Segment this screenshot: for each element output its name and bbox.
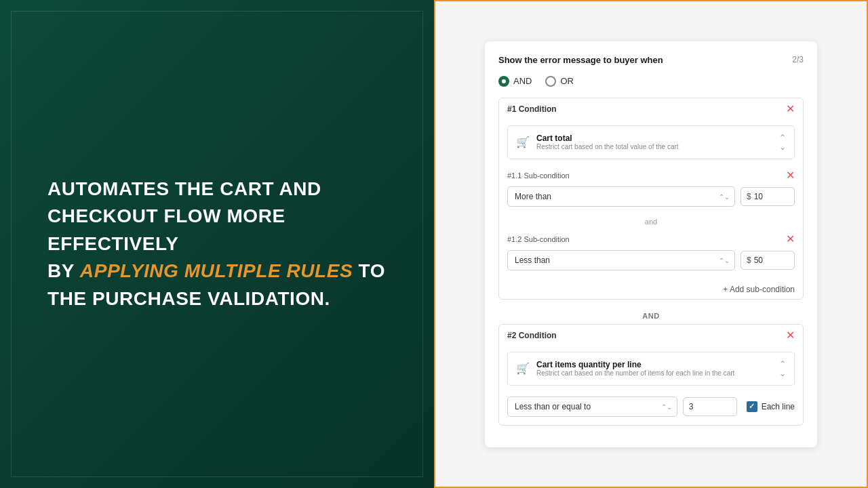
card-header-title: Show the error message to buyer when [498, 55, 663, 65]
hero-line-2: CHECKOUT FLOW MORE EFFECTIVELY [47, 203, 387, 258]
cart-icon-2: 🛒 [516, 362, 530, 375]
subcondition-1-2-operator-select[interactable]: More than Less than Less than or equal t… [507, 250, 735, 270]
add-subcondition-1-button[interactable]: + Add sub-condition [723, 285, 795, 294]
subcondition-1-2-operator-wrapper: More than Less than Less than or equal t… [507, 250, 735, 270]
main-card: Show the error message to buyer when 2/3… [485, 41, 817, 447]
radio-or-circle [545, 76, 556, 87]
each-line-checkbox[interactable] [747, 401, 757, 412]
condition-1-type-selector[interactable]: 🛒 Cart total Restrict cart based on the … [507, 125, 795, 159]
subcondition-1-1-block: #1.1 Sub-condition ✕ More than Less than… [499, 165, 803, 215]
subcondition-1-1-currency: $ [747, 192, 751, 201]
condition-1-title: #1 Condition [507, 104, 557, 114]
subcondition-1-1-header: #1.1 Sub-condition ✕ [507, 170, 795, 181]
card-header: Show the error message to buyer when 2/3 [498, 55, 804, 65]
subcondition-1-1-operator-select[interactable]: More than Less than Less than or equal t… [507, 186, 735, 207]
cart-info-desc-1: Restrict cart based on the total value o… [536, 143, 772, 150]
condition-2-title: #2 Condition [507, 331, 557, 340]
subcondition-1-2-block: #1.2 Sub-condition ✕ More than Less than… [499, 228, 803, 279]
subcondition-1-2-title: #1.2 Sub-condition [507, 235, 570, 243]
hero-text: AUTOMATES THE CART AND CHECKOUT FLOW MOR… [47, 176, 387, 313]
and-separator-1: and [499, 215, 803, 228]
card-step: 2/3 [792, 55, 804, 64]
add-subcondition-1: + Add sub-condition [499, 279, 803, 299]
subcondition-1-2-currency: $ [747, 256, 751, 265]
radio-or[interactable]: OR [545, 76, 574, 87]
subcondition-2-operator-select[interactable]: More than Less than Less than or equal t… [507, 396, 677, 417]
subcondition-1-2-value-field[interactable] [754, 256, 781, 265]
hero-line-3-prefix: BY [47, 260, 80, 281]
subcondition-1-1-operator-wrapper: More than Less than Less than or equal t… [507, 186, 735, 207]
hero-line-1: AUTOMATES THE CART AND [47, 176, 387, 203]
condition-1-close-button[interactable]: ✕ [786, 104, 795, 115]
subcondition-2-block: More than Less than Less than or equal t… [499, 391, 803, 425]
left-panel: AUTOMATES THE CART AND CHECKOUT FLOW MOR… [0, 0, 434, 488]
hero-line-3: BY APPLYING MULTIPLE RULES TO [47, 258, 387, 285]
condition-2-chevron-icon: ⌃⌄ [779, 359, 786, 378]
subcondition-2-operator-wrapper: More than Less than Less than or equal t… [507, 396, 677, 417]
hero-highlight: APPLYING MULTIPLE RULES [80, 260, 353, 281]
radio-and-label: AND [513, 76, 532, 86]
cart-info-1: Cart total Restrict cart based on the to… [536, 134, 772, 150]
subcondition-1-1-title: #1.1 Sub-condition [507, 171, 570, 180]
cart-info-title-1: Cart total [536, 134, 772, 143]
cart-icon-1: 🛒 [516, 136, 530, 148]
hero-line-4: THE PURCHASE VALIDATION. [47, 285, 387, 313]
condition-2-close-button[interactable]: ✕ [786, 330, 795, 341]
condition-2-block: #2 Condition ✕ 🛒 Cart items quantity per… [498, 324, 804, 426]
subcondition-1-1-row: More than Less than Less than or equal t… [507, 186, 795, 207]
subcondition-2-value-input [683, 397, 737, 416]
cart-info-title-2: Cart items quantity per line [536, 360, 772, 369]
subcondition-1-1-value-input: $ [741, 187, 795, 206]
subcondition-2-value-field[interactable] [689, 402, 723, 411]
radio-or-label: OR [560, 76, 574, 86]
subcondition-1-2-value-input: $ [741, 251, 795, 270]
subcondition-1-2-header: #1.2 Sub-condition ✕ [507, 234, 795, 245]
subcondition-1-2-row: More than Less than Less than or equal t… [507, 250, 795, 270]
condition-2-header: #2 Condition ✕ [499, 325, 803, 346]
condition-1-chevron-icon: ⌃⌄ [779, 133, 786, 152]
subcondition-1-1-value-field[interactable] [754, 192, 781, 201]
condition-2-type-selector[interactable]: 🛒 Cart items quantity per line Restrict … [507, 352, 795, 386]
each-line-label: Each line [762, 402, 795, 411]
radio-and-circle [498, 76, 509, 87]
radio-and[interactable]: AND [498, 76, 532, 87]
cart-info-desc-2: Restrict cart based on the number of ite… [536, 369, 772, 377]
each-line-group: Each line [747, 401, 795, 412]
subcondition-1-2-close-button[interactable]: ✕ [786, 234, 795, 245]
and-connector: AND [498, 308, 804, 324]
logic-radio-group: AND OR [498, 76, 804, 87]
condition-1-header: #1 Condition ✕ [499, 98, 803, 120]
hero-line-3-suffix: TO [353, 260, 385, 281]
cart-info-2: Cart items quantity per line Restrict ca… [536, 360, 772, 377]
condition-1-block: #1 Condition ✕ 🛒 Cart total Restrict car… [498, 98, 804, 300]
subcondition-1-1-close-button[interactable]: ✕ [786, 170, 795, 181]
subcondition-2-row: More than Less than Less than or equal t… [507, 396, 795, 417]
right-panel: Show the error message to buyer when 2/3… [434, 0, 868, 488]
